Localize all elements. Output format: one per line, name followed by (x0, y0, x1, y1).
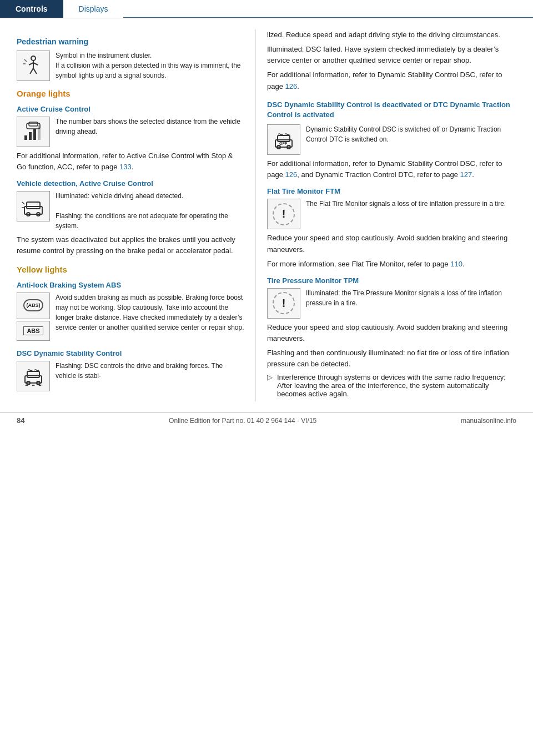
svg-rect-9 (29, 132, 32, 140)
svg-line-6 (24, 59, 27, 62)
svg-text:OFF: OFF (279, 142, 288, 145)
bullet-arrow-icon: ▷ (267, 373, 273, 398)
flat-tire-heading: Flat Tire Monitor FTM (267, 187, 516, 195)
right-column: lized. Reduce speed and adapt driving st… (255, 29, 533, 401)
svg-rect-15 (27, 202, 40, 209)
pedestrian-warning-text: Symbol in the instrument cluster. If a c… (56, 51, 244, 80)
header-tabs: Controls Displays (0, 0, 533, 18)
flat-tire-text: The Flat Tire Monitor signals a loss of … (306, 199, 506, 209)
acc-icon (17, 117, 50, 147)
svg-line-3 (33, 63, 38, 65)
abs-text: Avoid sudden braking as much as possible… (56, 293, 244, 332)
svg-rect-21 (27, 371, 39, 377)
dsc-page-link[interactable]: 126 (285, 82, 298, 90)
pedestrian-svg (21, 54, 46, 78)
tab-displays[interactable]: Displays (63, 0, 124, 18)
vehicle-detection-block: Illuminated: vehicle driving ahead detec… (17, 191, 244, 231)
abs-label: ABS (23, 326, 43, 335)
dsc-deactivated-svg: OFF (271, 128, 296, 152)
tire-pressure-icon: ! (267, 288, 300, 319)
svg-rect-25 (278, 135, 290, 142)
dsc-additional-info: For additional information, refer to Dyn… (267, 69, 516, 92)
svg-rect-10 (33, 129, 36, 140)
tire-pressure-bullet: ▷ Interference through systems or device… (267, 373, 516, 398)
flat-tire-para1: Reduce your speed and stop cautiously. A… (267, 233, 516, 255)
tire-pressure-bullet-text: Interference through systems or devices … (277, 373, 516, 398)
tab-controls[interactable]: Controls (0, 0, 63, 18)
svg-rect-8 (24, 135, 27, 140)
vehicle-detection-heading: Vehicle detection, Active Cruise Control (17, 179, 244, 188)
svg-point-0 (31, 56, 36, 61)
dsc-text: Flashing: DSC controls the drive and bra… (56, 361, 244, 381)
acc-block: The number bars shows the selected dista… (17, 117, 244, 147)
acc-paragraph: For additional information, refer to Act… (17, 150, 244, 173)
dsc-continued-text: lized. Reduce speed and adapt driving st… (267, 29, 516, 41)
flat-tire-block: ! The Flat Tire Monitor signals a loss o… (267, 199, 516, 229)
main-content: Pedestrian warning (0, 18, 533, 401)
tire-pressure-heading: Tire Pressure Monitor TPM (267, 276, 516, 285)
svg-line-5 (33, 68, 37, 74)
tire-pressure-block: ! Illuminated: the Tire Pressure Monitor… (267, 288, 516, 319)
tire-pressure-symbol: ! (273, 292, 295, 314)
svg-line-4 (30, 68, 33, 74)
abs-circle-icon: (ABS) (17, 293, 50, 319)
acc-heading: Active Cruise Control (17, 105, 244, 113)
dsc-deactivated-block: OFF Dynamic Stability Control DSC is swi… (267, 124, 516, 155)
dsc-icon (17, 361, 50, 391)
svg-line-2 (29, 63, 33, 65)
svg-line-18 (22, 202, 24, 204)
flat-tire-page-link[interactable]: 110 (450, 260, 462, 268)
dsc-deactivated-heading: DSC Dynamic Stability Control is deactiv… (267, 100, 516, 120)
footer: 84 Online Edition for Part no. 01 40 2 9… (0, 412, 533, 428)
yellow-lights-heading: Yellow lights (17, 265, 244, 274)
abs-text-icon: ABS (17, 321, 50, 341)
dsc-page-link1[interactable]: 126 (285, 170, 298, 179)
dsc-deactivated-paragraph: For additional information, refer to Dyn… (267, 158, 516, 180)
tab-line-decoration (123, 17, 533, 18)
footer-right-text: manualsonline.info (461, 417, 516, 425)
pedestrian-warning-heading: Pedestrian warning (17, 37, 244, 46)
tire-pressure-para1: Reduce your speed and stop cautiously. A… (267, 322, 516, 344)
tire-pressure-para2: Flashing and then continuously illuminat… (267, 347, 516, 370)
flat-tire-icon: ! (267, 199, 300, 229)
left-column: Pedestrian warning (0, 29, 255, 401)
dsc-deactivated-text: Dynamic Stability Control DSC is switche… (306, 124, 516, 144)
vehicle-detection-text: Illuminated: vehicle driving ahead detec… (56, 191, 244, 231)
svg-rect-13 (29, 122, 38, 126)
acc-page-link[interactable]: 133 (119, 163, 132, 171)
abs-circle-badge: (ABS) (23, 299, 43, 311)
dsc-deactivated-icon: OFF (267, 124, 300, 155)
dsc-block: Flashing: DSC controls the drive and bra… (17, 361, 244, 391)
dsc-page-link2[interactable]: 127 (460, 170, 472, 179)
tire-pressure-text1: Illuminated: the Tire Pressure Monitor s… (306, 288, 516, 308)
dsc-heading: DSC Dynamic Stability Control (17, 349, 244, 357)
pedestrian-warning-icon (17, 51, 50, 81)
flat-tire-symbol: ! (273, 203, 295, 225)
acc-text: The number bars shows the selected dista… (56, 117, 244, 137)
footer-center-text: Online Edition for Part no. 01 40 2 964 … (169, 417, 316, 425)
abs-heading: Anti-lock Braking System ABS (17, 281, 244, 289)
pedestrian-warning-block: Symbol in the instrument cluster. If a c… (17, 51, 244, 81)
vehicle-detection-icon (17, 191, 50, 221)
acc-svg (21, 120, 46, 144)
dsc-svg (21, 364, 46, 388)
orange-lights-heading: Orange lights (17, 89, 244, 98)
page-number: 84 (17, 416, 24, 425)
abs-icons: (ABS) ABS (17, 293, 50, 342)
flat-tire-para2: For more information, see Flat Tire Moni… (267, 259, 516, 270)
dsc-illuminated-text: Illuminated: DSC failed. Have system che… (267, 44, 516, 66)
vehicle-detection-svg (21, 194, 46, 219)
vehicle-detection-paragraph: The system was deactivated but applies t… (17, 234, 244, 256)
